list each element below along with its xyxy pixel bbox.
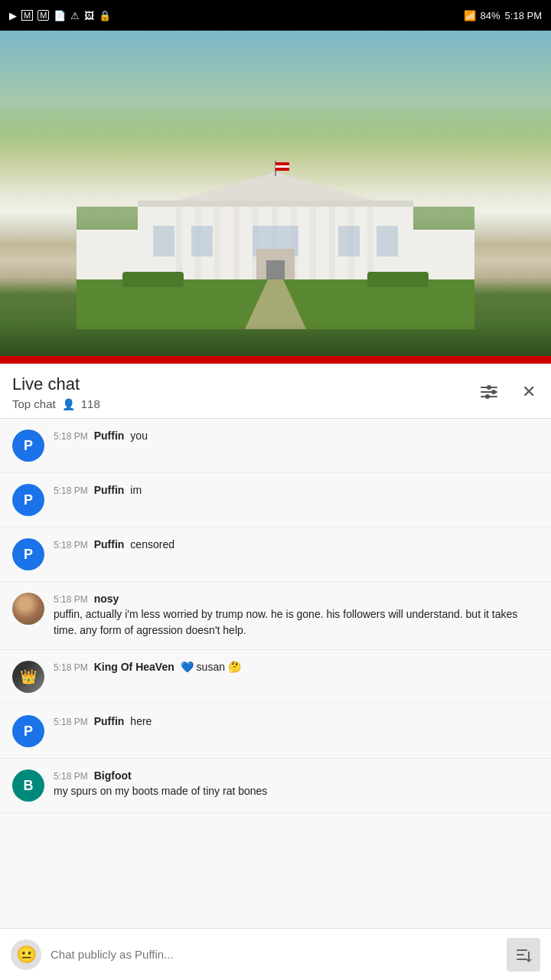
svg-marker-37	[526, 959, 532, 962]
warning-icon: ⚠	[70, 10, 80, 21]
close-icon: ✕	[522, 382, 536, 402]
participant-count: 118	[81, 397, 100, 410]
filter-button[interactable]	[478, 384, 504, 400]
chat-content: 5:18 PM Puffin im	[54, 484, 539, 498]
chat-header-actions[interactable]: ✕	[478, 379, 539, 405]
chat-meta: 5:18 PM King Of HeaVen 💙 susan 🤔	[54, 661, 539, 673]
chat-message-text: 💙 susan 🤔	[181, 661, 241, 673]
svg-rect-19	[338, 226, 360, 256]
svg-marker-14	[168, 172, 383, 203]
chat-content: 5:18 PM Puffin you	[54, 430, 539, 443]
chat-time: 5:18 PM	[54, 540, 88, 550]
chat-message-text: censored	[130, 538, 174, 550]
chat-username: Puffin	[94, 538, 125, 550]
play-icon: ▶	[9, 10, 17, 21]
chat-item: P 5:18 PM Puffin here	[0, 704, 551, 759]
chat-messages-list: P 5:18 PM Puffin you P 5:18 PM Puffin im…	[0, 419, 551, 956]
chat-item: P 5:18 PM Puffin censored	[0, 528, 551, 582]
svg-rect-3	[176, 203, 182, 283]
chat-username: Puffin	[94, 715, 125, 727]
chat-input[interactable]	[51, 948, 497, 961]
svg-rect-31	[122, 272, 184, 287]
chat-content: 5:18 PM Puffin here	[54, 715, 539, 729]
wifi-icon: 📶	[464, 10, 476, 21]
app-icon-1: M	[21, 10, 33, 21]
chat-username: Puffin	[94, 430, 125, 442]
chat-item: P 5:18 PM Puffin im	[0, 473, 551, 528]
status-bar: ▶ M M 📄 ⚠ 🖼 🔒 📶 84% 5:18 PM	[0, 0, 551, 31]
svg-rect-17	[191, 226, 213, 256]
chat-content: 5:18 PM nosy puffin, actually i'm less w…	[54, 593, 539, 639]
avatar: P	[12, 538, 44, 570]
chat-message-text: here	[130, 715, 152, 727]
chat-time: 5:18 PM	[54, 771, 88, 782]
chat-message-text: im	[130, 484, 142, 496]
chat-meta: 5:18 PM Puffin here	[54, 715, 539, 727]
chat-time: 5:18 PM	[54, 431, 88, 442]
chat-input-bar[interactable]: 😐	[0, 928, 551, 980]
svg-rect-15	[138, 201, 413, 207]
avatar: P	[12, 484, 44, 516]
live-chat-title: Live chat	[12, 374, 100, 394]
sliders-icon	[481, 387, 500, 397]
svg-rect-13	[367, 203, 373, 283]
avatar: P	[12, 430, 44, 462]
chat-time: 5:18 PM	[54, 485, 88, 496]
avatar	[12, 593, 44, 625]
time-label: 5:18 PM	[505, 10, 542, 21]
top-chat-row: Top chat 👤 118	[12, 397, 100, 410]
chat-time: 5:18 PM	[54, 594, 88, 605]
chat-item: 5:18 PM nosy puffin, actually i'm less w…	[0, 582, 551, 650]
send-button[interactable]	[507, 938, 540, 972]
close-button[interactable]: ✕	[519, 379, 539, 405]
chat-item: B 5:18 PM Bigfoot my spurs on my boots m…	[0, 759, 551, 813]
chat-message-text: puffin, actually i'm less worried by tru…	[54, 606, 539, 639]
emoji-button[interactable]: 😐	[11, 939, 41, 970]
chat-message-text: you	[130, 430, 148, 442]
avatar: 👑	[12, 661, 44, 693]
svg-rect-11	[329, 203, 335, 283]
status-icons-right: 📶 84% 5:18 PM	[464, 10, 542, 21]
chat-meta: 5:18 PM Puffin im	[54, 484, 539, 496]
chat-meta: 5:18 PM Puffin censored	[54, 538, 539, 550]
chat-content: 5:18 PM King Of HeaVen 💙 susan 🤔	[54, 661, 539, 675]
chat-item: P 5:18 PM Puffin you	[0, 419, 551, 473]
chat-time: 5:18 PM	[54, 662, 88, 673]
chat-username: Puffin	[94, 484, 125, 496]
chat-message-text: my spurs on my boots made of tiny rat bo…	[54, 783, 539, 799]
chat-item: 👑 5:18 PM King Of HeaVen 💙 susan 🤔	[0, 650, 551, 704]
chat-time: 5:18 PM	[54, 717, 88, 727]
app-icon-2: M	[37, 10, 49, 21]
svg-rect-33	[517, 949, 527, 951]
battery-label: 84%	[481, 10, 500, 21]
chat-header: Live chat Top chat 👤 118 ✕	[0, 364, 551, 419]
person-icon: 👤	[62, 398, 75, 410]
top-chat-label: Top chat	[12, 397, 56, 410]
svg-rect-10	[310, 203, 316, 283]
emoji-icon: 😐	[16, 945, 37, 965]
image-icon: 🖼	[84, 10, 94, 21]
status-icons-left: ▶ M M 📄 ⚠ 🖼 🔒	[9, 10, 111, 21]
video-thumbnail[interactable]	[0, 31, 551, 360]
svg-rect-16	[153, 226, 174, 256]
file-icon: 📄	[54, 10, 66, 21]
chat-meta: 5:18 PM Bigfoot	[54, 769, 539, 782]
svg-rect-32	[367, 272, 429, 287]
white-house-image	[77, 161, 474, 329]
chat-header-info: Live chat Top chat 👤 118	[12, 374, 100, 410]
chat-username: King Of HeaVen	[94, 661, 174, 673]
svg-rect-35	[517, 959, 527, 960]
avatar: B	[12, 769, 44, 802]
svg-rect-25	[276, 165, 289, 168]
chat-username: nosy	[94, 593, 119, 605]
chat-meta: 5:18 PM Puffin you	[54, 430, 539, 442]
svg-rect-20	[377, 226, 398, 256]
send-icon	[514, 946, 533, 964]
avatar: P	[12, 715, 44, 747]
svg-rect-6	[233, 203, 240, 283]
chat-meta: 5:18 PM nosy	[54, 593, 539, 605]
chat-content: 5:18 PM Puffin censored	[54, 538, 539, 552]
chat-content: 5:18 PM Bigfoot my spurs on my boots mad…	[54, 769, 539, 799]
chat-username: Bigfoot	[94, 769, 132, 782]
svg-rect-34	[517, 954, 524, 956]
